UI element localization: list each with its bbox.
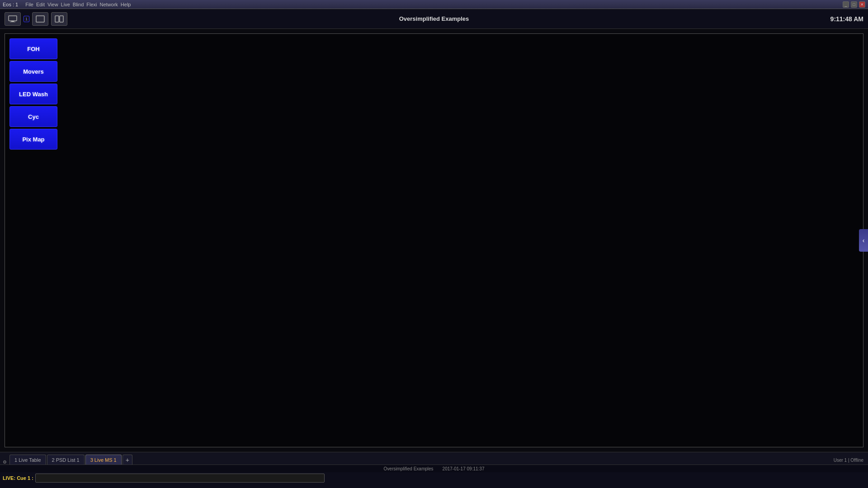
menu-file[interactable]: File [25,2,33,7]
minimize-button[interactable]: _ [843,1,849,8]
user-status: User 1 | Offline [834,458,863,463]
monitor-main-button[interactable] [5,12,21,26]
tab-live-table[interactable]: 1 Live Table [9,455,46,465]
canvas-area: FOHMoversLED WashCycPix Map [5,33,863,447]
tab-psd-list[interactable]: 2 PSD List 1 [47,455,85,465]
command-row: LIVE: Cue 1 : [0,472,868,484]
toolbar-left: 1 [5,12,67,26]
command-input[interactable] [35,474,325,483]
monitor-layout-1-button[interactable] [32,12,48,26]
toolbar-title: Oversimplified Examples [399,15,469,22]
svg-rect-1 [11,21,14,22]
right-panel-toggle[interactable]: ‹ [859,229,868,252]
menu-blind[interactable]: Blind [73,2,84,7]
command-label: LIVE: Cue 1 : [3,475,33,481]
menu-network[interactable]: Network [100,2,118,7]
monitor-layout-2-button[interactable] [51,12,67,26]
titlebar-controls: _ □ ✕ [843,1,865,8]
menu-flexi[interactable]: Flexi [86,2,97,7]
group-btn-led-wash[interactable]: LED Wash [9,84,57,104]
group-btn-cyc[interactable]: Cyc [9,106,57,127]
titlebar-left: Eos : 1 File Edit View Live Blind Flexi … [3,2,131,7]
toolbar: 1 Oversimplified Examples 9:11:48 AM [0,9,868,29]
tab-settings-icon[interactable]: ⚙ [3,460,7,465]
group-btn-pix-map[interactable]: Pix Map [9,129,57,150]
bottom-section: ⚙ 1 Live Table 2 PSD List 1 3 Live MS 1 … [0,452,868,488]
group-panel: FOHMoversLED WashCycPix Map [9,38,57,150]
menu-view[interactable]: View [47,2,58,7]
status-bar: Oversimplified Examples 2017-01-17 09:11… [0,465,868,472]
app-title: Eos : 1 [3,2,18,7]
close-button[interactable]: ✕ [859,1,865,8]
group-btn-foh[interactable]: FOH [9,38,57,59]
menu-live[interactable]: Live [61,2,70,7]
maximize-button[interactable]: □ [851,1,857,8]
svg-rect-3 [36,16,44,22]
status-show-title: Oversimplified Examples [384,466,434,471]
menu-help[interactable]: Help [121,2,131,7]
svg-rect-0 [9,16,17,21]
main-area: FOHMoversLED WashCycPix Map ‹ [0,29,868,452]
menu-edit[interactable]: Edit [36,2,45,7]
group-btn-movers[interactable]: Movers [9,61,57,82]
toolbar-clock: 9:11:48 AM [830,15,863,23]
svg-rect-5 [60,16,63,22]
monitor-number-badge: 1 [24,16,29,22]
status-timestamp: 2017-01-17 09:11:37 [443,466,485,471]
svg-rect-4 [55,16,59,22]
titlebar: Eos : 1 File Edit View Live Blind Flexi … [0,0,868,9]
tab-live-ms[interactable]: 3 Live MS 1 [85,455,122,465]
svg-rect-2 [10,22,15,22]
tab-add-button[interactable]: + [123,455,132,465]
tabs-row: ⚙ 1 Live Table 2 PSD List 1 3 Live MS 1 … [0,452,868,465]
